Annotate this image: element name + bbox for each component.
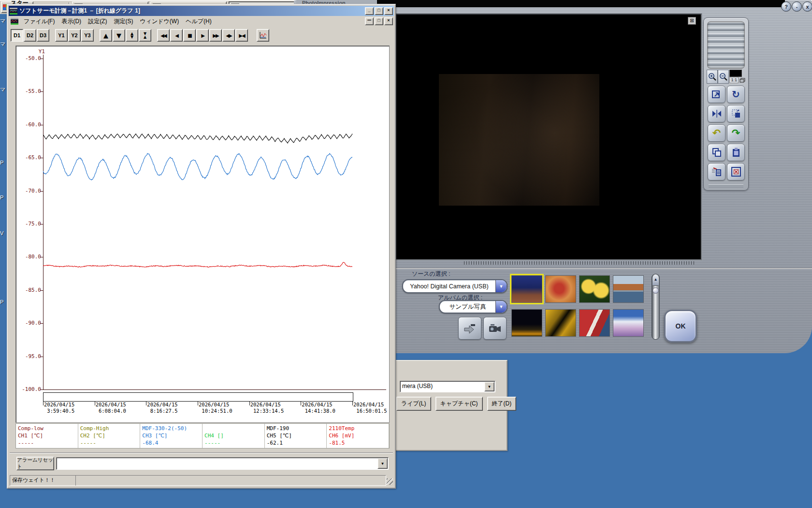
capture-button[interactable] <box>483 317 507 340</box>
compress-vertical-button[interactable]: ▼▲ <box>139 29 151 42</box>
menu-item-5[interactable]: ヘルプ(H) <box>182 16 215 27</box>
source-dropdown-icon[interactable]: ▼ <box>495 280 507 292</box>
expand-vertical-button[interactable]: ▲▼ <box>126 29 138 42</box>
channel-legend: Comp-lowCH1 [℃]-----Comp-HighCH2 [℃]----… <box>15 423 390 448</box>
menu-item-0[interactable]: ファイル(F) <box>20 16 58 27</box>
mdi-minimize-button[interactable]: ー <box>365 17 374 25</box>
preview-close-icon[interactable]: ⊠ <box>688 17 696 25</box>
thumbnail-rock-spires[interactable] <box>511 275 542 303</box>
menu-item-3[interactable]: 測定(S) <box>110 16 136 27</box>
delete-icon <box>711 166 723 177</box>
ratio-1-1-button[interactable]: 1:1 <box>729 77 739 83</box>
desktop-icon-label-fragment: P <box>0 194 6 200</box>
thumbnail-sky-clouds[interactable] <box>613 309 644 337</box>
legend-cell-ch3: MDF-330-2(-50)CH3 [℃]-68.4 <box>140 424 203 448</box>
zoom-out-button[interactable] <box>718 70 729 84</box>
thumbnail-ship-flag[interactable] <box>579 309 610 337</box>
fast-forward-button[interactable]: ▶▶ <box>209 29 222 42</box>
mdi-child-icon[interactable] <box>11 18 18 25</box>
expand-horizontal-button[interactable]: ◀▶ <box>222 29 235 42</box>
x-tick-label: 2026/04/15 14:41:38.0 <box>302 402 335 414</box>
combo-dropdown-icon[interactable]: ▼ <box>484 382 494 391</box>
menu-item-2[interactable]: 設定(Z) <box>85 16 110 27</box>
close-image-button[interactable] <box>727 163 745 180</box>
legend-cell-ch4: CH4 []----- <box>203 424 265 448</box>
thumbnail-harbor-town[interactable] <box>613 275 644 303</box>
paste-button[interactable] <box>727 144 745 161</box>
delete-button[interactable] <box>708 163 725 180</box>
stop-button[interactable]: ■ <box>183 29 196 42</box>
toolbar-y2-button[interactable]: Y2 <box>68 29 81 42</box>
step-back-button[interactable]: ◀ <box>170 29 183 42</box>
scrollbar-thumb[interactable] <box>652 287 659 294</box>
channel-value: -81.5 <box>329 439 387 447</box>
minimize-button[interactable]: _ <box>365 7 374 15</box>
series-line-ch6 <box>43 262 352 267</box>
scroll-up-icon[interactable]: ▲ <box>652 275 659 286</box>
help-button[interactable]: ? <box>781 1 791 12</box>
thumbnail-gold-light[interactable] <box>545 309 576 337</box>
dialog-button-2[interactable]: 終了(D) <box>487 397 517 411</box>
copy-button[interactable] <box>708 144 725 161</box>
series-line-ch5 <box>43 134 352 143</box>
zoom-in-button[interactable] <box>707 70 718 84</box>
toolbar-d3-button[interactable]: D3 <box>37 29 49 42</box>
tool-panel: 1:1 ↻↶↷ <box>703 17 749 191</box>
dialog-button-0[interactable]: ライブ(L) <box>396 397 431 411</box>
acquire-button[interactable] <box>458 317 481 340</box>
thumbnail-scrollbar[interactable]: ▲ <box>652 274 660 340</box>
menu-item-4[interactable]: ウィンドウ(W) <box>136 16 182 27</box>
rewind-button[interactable]: ◀◀ <box>157 29 170 42</box>
title-bar[interactable]: ソフトサーモ計測－計測1 － [折れ線グラフ 1] _ □ × <box>9 6 394 16</box>
crop-button[interactable] <box>727 105 745 122</box>
combo-dropdown-icon[interactable]: ▼ <box>377 458 388 469</box>
toolbar-y1-button[interactable]: Y1 <box>55 29 68 42</box>
desktop-icon-label-fragment: マ <box>0 41 6 48</box>
flip-horizontal-icon <box>711 108 722 119</box>
y-tick-label: -90.0 <box>16 320 41 326</box>
mdi-restore-button[interactable]: □ <box>375 17 383 25</box>
ok-button[interactable]: OK <box>664 310 697 343</box>
graph-icon <box>259 31 267 39</box>
x-tick-mark <box>352 402 353 405</box>
album-select-combo[interactable]: サンプル写真 ▼ <box>439 300 508 314</box>
rotate-button[interactable]: ↻ <box>727 86 745 103</box>
undo-button[interactable]: ↶ <box>708 124 725 142</box>
flip-horizontal-button[interactable] <box>708 105 725 122</box>
thumbnail-night-city[interactable] <box>511 309 542 337</box>
toolbar-y3-button[interactable]: Y3 <box>81 29 94 42</box>
divider <box>10 452 393 453</box>
close-button[interactable]: × <box>384 7 393 15</box>
channel-name <box>204 425 262 432</box>
album-dropdown-icon[interactable]: ▼ <box>495 301 507 313</box>
x-tick-mark <box>146 402 146 405</box>
menu-item-1[interactable]: 表示(D) <box>58 16 85 27</box>
resize-grip[interactable] <box>387 478 393 485</box>
crop-icon <box>731 108 741 119</box>
dialog-button-1[interactable]: キャプチャ(C) <box>435 397 483 411</box>
thumbnail-cardinal-bird[interactable] <box>545 275 576 303</box>
alarm-message-combo[interactable]: ▼ <box>56 457 389 470</box>
maximize-button[interactable]: □ <box>375 7 383 15</box>
redo-button[interactable]: ↷ <box>727 124 745 142</box>
alarm-reset-button[interactable]: アラームリセット <box>16 457 54 470</box>
mdi-close-button[interactable]: × <box>384 17 393 25</box>
close-button[interactable]: x <box>802 1 812 12</box>
scroll-up-button[interactable]: ▲ <box>100 29 112 42</box>
windows-overlap-icon[interactable] <box>740 78 745 83</box>
y-tick-label: -100.0 <box>16 386 41 392</box>
compress-horizontal-button[interactable]: ▶◀ <box>235 29 248 42</box>
minimize-button[interactable]: - <box>792 1 802 12</box>
channel-value: -62.1 <box>267 439 325 447</box>
toolbar-d2-button[interactable]: D2 <box>24 29 36 42</box>
scroll-down-button[interactable]: ▼ <box>113 29 125 42</box>
x-scroll-strip[interactable] <box>43 392 353 402</box>
zoom-in-icon <box>708 72 717 82</box>
source-select-combo[interactable]: Yahoo! Digital Camera (USB) ▼ <box>402 279 508 293</box>
camera-combo[interactable]: mera (USB) ▼ <box>400 381 495 392</box>
graph-settings-button[interactable] <box>257 29 269 42</box>
toolbar-d1-button[interactable]: D1 <box>11 29 23 42</box>
resize-button[interactable] <box>708 86 725 103</box>
thumbnail-yellow-flowers[interactable] <box>579 275 610 303</box>
step-forward-button[interactable]: ▶ <box>196 29 209 42</box>
